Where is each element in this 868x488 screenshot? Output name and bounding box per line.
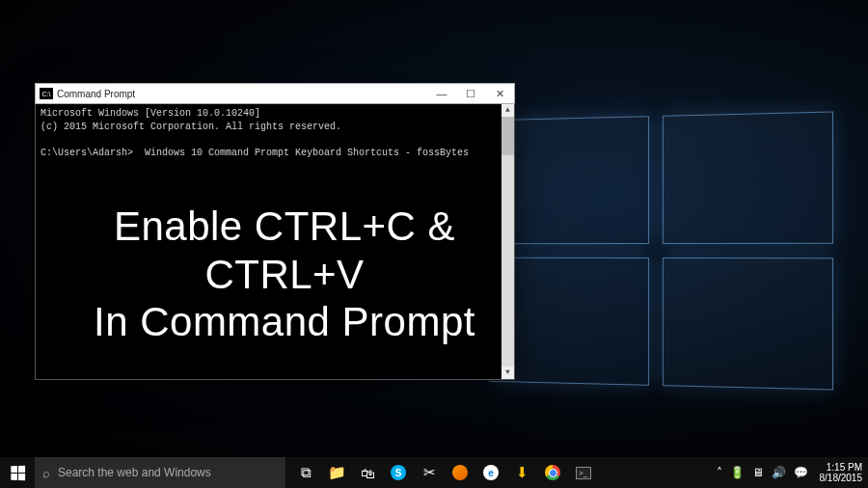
- start-button[interactable]: [0, 457, 35, 488]
- window-title: Command Prompt: [57, 89, 427, 99]
- system-tray: ˄ 🔋 🖥 🔊 💬 1:15 PM 8/18/2015: [717, 462, 869, 483]
- terminal-line: Microsoft Windows [Version 10.0.10240]: [41, 107, 509, 121]
- store-icon: 🛍: [361, 465, 375, 481]
- volume-icon[interactable]: 🔊: [772, 466, 786, 479]
- network-icon[interactable]: 🖥: [752, 466, 764, 479]
- search-placeholder: Search the web and Windows: [58, 466, 211, 479]
- prompt-path: C:\Users\Adarsh>: [41, 148, 133, 158]
- chrome-icon: [545, 465, 560, 480]
- notifications-icon[interactable]: 💬: [794, 466, 808, 479]
- titlebar[interactable]: C:\ Command Prompt — ☐ ✕: [35, 83, 515, 104]
- taskbar-pinned: ⧉ 📁 🛍 S ✂ e ⬇ >_: [291, 457, 598, 488]
- close-button[interactable]: ✕: [485, 84, 514, 103]
- minimize-button[interactable]: —: [427, 84, 456, 103]
- terminal-prompt-line: C:\Users\Adarsh> Windows 10 Command Prom…: [41, 147, 509, 160]
- windows-start-icon: [11, 465, 25, 479]
- logo-pane: [663, 258, 833, 391]
- download-button[interactable]: ⬇: [507, 457, 536, 488]
- battery-icon[interactable]: 🔋: [730, 466, 745, 479]
- prompt-command: Windows 10 Command Prompt Keyboard Short…: [145, 148, 469, 158]
- scroll-down-button[interactable]: ▼: [502, 366, 514, 379]
- cmd-icon: C:\: [40, 88, 53, 99]
- clock-time: 1:15 PM: [820, 462, 863, 473]
- firefox-button[interactable]: [446, 457, 475, 488]
- scrollbar[interactable]: ▲ ▼: [502, 104, 514, 379]
- terminal-button[interactable]: >_: [569, 457, 598, 488]
- scroll-up-button[interactable]: ▲: [502, 104, 514, 117]
- windows-logo-wallpaper: [489, 111, 833, 390]
- tray-overflow-button[interactable]: ˄: [717, 466, 722, 479]
- headline-line2: In Command Prompt: [77, 298, 492, 346]
- store-button[interactable]: 🛍: [353, 457, 382, 488]
- clock-date: 8/18/2015: [820, 473, 863, 483]
- skype-icon: S: [391, 465, 406, 480]
- taskbar: ⌕ Search the web and Windows ⧉ 📁 🛍 S ✂ e…: [0, 457, 868, 488]
- task-view-button[interactable]: ⧉: [291, 457, 320, 488]
- snip-icon: ✂: [423, 464, 436, 481]
- chrome-button[interactable]: [538, 457, 567, 488]
- terminal-icon: >_: [576, 467, 591, 479]
- terminal-line: (c) 2015 Microsoft Corporation. All righ…: [41, 121, 509, 134]
- clock[interactable]: 1:15 PM 8/18/2015: [816, 462, 863, 483]
- file-explorer-button[interactable]: 📁: [322, 457, 351, 488]
- scroll-thumb[interactable]: [502, 117, 514, 155]
- firefox-icon: [452, 465, 468, 480]
- edge-button[interactable]: e: [476, 457, 505, 488]
- snip-button[interactable]: ✂: [415, 457, 444, 488]
- folder-icon: 📁: [328, 464, 346, 481]
- headline-line1: Enable CTRL+C & CTRL+V: [77, 203, 492, 298]
- maximize-button[interactable]: ☐: [456, 84, 485, 103]
- logo-pane: [663, 111, 833, 244]
- search-icon: ⌕: [42, 466, 50, 480]
- skype-button[interactable]: S: [384, 457, 413, 488]
- search-box[interactable]: ⌕ Search the web and Windows: [35, 457, 285, 488]
- edge-icon: e: [483, 465, 499, 480]
- terminal-blank: [41, 133, 509, 147]
- download-icon: ⬇: [516, 464, 529, 481]
- task-view-icon: ⧉: [301, 464, 312, 481]
- headline-overlay: Enable CTRL+C & CTRL+V In Command Prompt: [77, 203, 492, 346]
